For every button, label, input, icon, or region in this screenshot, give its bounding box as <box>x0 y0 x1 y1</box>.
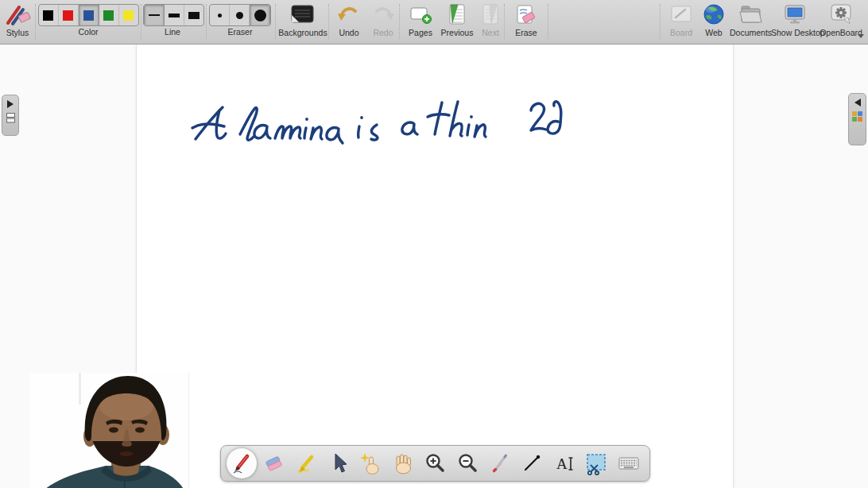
stylus-icon <box>0 2 35 27</box>
redo-icon <box>367 2 399 27</box>
documents-folder-icon <box>730 2 771 27</box>
capture-area-tool[interactable] <box>581 448 611 478</box>
next-page-button[interactable]: Next <box>475 2 506 41</box>
documents-mode-button[interactable]: Documents <box>730 2 771 41</box>
color-swatch-blue[interactable] <box>79 5 99 25</box>
line-width-group: Line <box>143 2 202 41</box>
redo-button[interactable]: Redo <box>367 2 399 41</box>
line-medium-option[interactable] <box>165 5 184 25</box>
stylus-button[interactable]: Stylus <box>0 2 35 41</box>
color-swatch-red[interactable] <box>59 5 79 25</box>
eraser-size-group: Eraser <box>209 2 271 41</box>
separator <box>399 4 400 39</box>
left-drawer-tab[interactable] <box>2 95 19 136</box>
open-hand-icon <box>391 451 415 475</box>
draw-line-tool[interactable] <box>517 448 547 478</box>
write-text-tool[interactable]: A <box>549 448 579 478</box>
separator <box>328 4 329 39</box>
page-thumbnails-icon <box>6 113 16 124</box>
web-globe-icon <box>698 2 730 27</box>
toolbar-overflow-caret[interactable] <box>858 34 864 38</box>
presenter-person <box>29 373 188 488</box>
eraser-small-option[interactable] <box>210 5 230 25</box>
line-icon <box>520 451 544 475</box>
eraser-icon <box>262 451 286 475</box>
show-desktop-button[interactable]: Show Desktop <box>771 2 819 41</box>
zoom-out-icon <box>455 451 479 475</box>
separator <box>548 4 548 39</box>
cursor-arrow-icon <box>327 451 351 475</box>
stylus-palette: A <box>220 445 650 482</box>
handwritten-annotation <box>181 93 571 149</box>
next-page-icon <box>475 2 506 27</box>
svg-text:A: A <box>556 455 568 472</box>
color-swatch-black[interactable] <box>39 5 59 25</box>
undo-button[interactable]: Undo <box>332 2 366 41</box>
separator <box>206 4 207 39</box>
pages-button[interactable]: Pages <box>402 2 439 41</box>
right-drawer-tab[interactable] <box>848 93 866 145</box>
highlighter-icon <box>294 451 318 475</box>
zoom-out-tool[interactable] <box>452 448 482 478</box>
eraser-medium-option[interactable] <box>230 5 250 25</box>
board-mode-button[interactable]: Board <box>665 2 698 41</box>
eraser-large-option[interactable] <box>250 5 270 25</box>
keyboard-icon <box>617 451 641 475</box>
selector-arrow-tool[interactable] <box>324 448 354 478</box>
openboard-menu-button[interactable]: OpenBoard <box>819 2 863 41</box>
erase-annotation-tool[interactable] <box>259 448 289 478</box>
line-thin-option[interactable] <box>144 5 165 25</box>
annotate-pen-tool[interactable] <box>227 448 257 478</box>
capture-scissors-icon <box>584 451 608 475</box>
board-workarea[interactable] <box>0 44 868 488</box>
pan-hand-tool[interactable] <box>388 448 418 478</box>
openboard-gear-icon <box>819 2 863 27</box>
text-icon: A <box>552 451 576 475</box>
top-toolbar: Stylus Color Line Eraser <box>0 0 868 45</box>
erase-page-icon <box>509 2 544 27</box>
color-swatch-green[interactable] <box>99 5 119 25</box>
virtual-keyboard-tool[interactable] <box>614 448 644 478</box>
line-thick-option[interactable] <box>184 5 203 25</box>
zoom-in-tool[interactable] <box>420 448 450 478</box>
undo-icon <box>332 2 366 27</box>
pages-icon <box>402 2 439 27</box>
backgrounds-button[interactable]: Backgrounds <box>278 2 327 41</box>
expand-right-icon <box>7 100 14 108</box>
web-mode-button[interactable]: Web <box>698 2 730 41</box>
highlighter-tool[interactable] <box>291 448 321 478</box>
interact-pointer-tool[interactable] <box>355 448 386 478</box>
laser-pointer-icon <box>488 451 512 475</box>
board-mode-icon <box>665 2 698 27</box>
color-group: Color <box>37 2 140 41</box>
interact-hand-icon <box>358 451 382 475</box>
erase-page-button[interactable]: Erase <box>509 2 544 41</box>
separator <box>275 4 276 39</box>
separator <box>141 4 141 39</box>
expand-left-icon <box>854 99 861 107</box>
previous-page-button[interactable]: Previous <box>439 2 475 41</box>
presenter-webcam-overlay <box>29 373 189 488</box>
separator <box>35 4 36 39</box>
library-icon <box>852 111 862 122</box>
previous-page-icon <box>439 2 475 27</box>
zoom-in-icon <box>423 451 447 475</box>
separator <box>660 4 661 39</box>
show-desktop-monitor-icon <box>771 2 819 27</box>
backgrounds-icon <box>278 2 327 27</box>
pen-icon <box>230 451 254 475</box>
color-swatch-yellow[interactable] <box>119 5 138 25</box>
laser-pointer-tool[interactable] <box>485 448 515 478</box>
